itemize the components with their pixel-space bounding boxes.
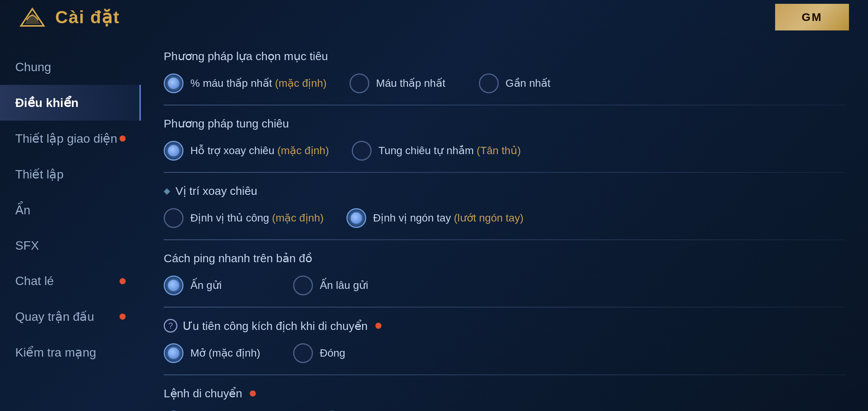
section-title-tung-chieu: Phương pháp tung chiêu [164,117,845,130]
radio-dinh-vi-thu-cong[interactable] [164,208,183,228]
section-vi-tri-xoay-chieu: ◆ Vị trí xoay chiêu Định vị thủ công (mặ… [164,184,845,228]
radio-mau-thap-nhat[interactable] [349,73,369,93]
section-title-uu-tien: ? Ưu tiên công kích địch khi di chuyển [164,319,845,333]
section-label: Phương pháp lựa chọn mục tiêu [164,49,328,63]
option-gan-nhat[interactable]: Gần nhất [479,73,586,93]
page-title: Cài đặt [55,7,120,27]
section-lua-chon-muc-tieu: Phương pháp lựa chọn mục tiêu % máu thấp… [164,49,845,93]
sidebar-item-label: Thiết lập [15,167,64,182]
sidebar-item-label: Thiết lập giao diện [15,131,117,146]
notification-dot [120,135,126,142]
divider-1 [164,105,845,105]
options-row: Hỗ trợ xoay chiêu (mặc định) Tung chiêu … [164,141,845,161]
notification-dot [120,278,126,284]
option-label: % máu thấp nhất (mặc định) [190,76,327,91]
option-label: Mở (mặc định) [190,346,260,360]
new-dot-indicator [250,390,256,397]
section-label: Lệnh di chuyển [164,387,242,400]
new-dot-indicator [375,323,381,329]
sidebar: Chung Điều khiển Thiết lập giao diện Thi… [0,34,141,411]
option-label: Ấn lâu gửi [320,278,368,293]
sidebar-item-chat-le[interactable]: Chat lé [0,263,141,299]
section-ping-nhanh: Cách ping nhanh trên bản đồ Ấn gửi Ấn lâ… [164,252,845,295]
radio-gan-nhat[interactable] [479,73,499,93]
question-icon: ? [164,319,177,333]
section-label: Vị trí xoay chiêu [176,184,257,198]
sidebar-item-label: Điều khiển [15,96,78,110]
sidebar-item-kiem-tra-mang[interactable]: Kiểm tra mạng [0,335,141,370]
section-label: Cách ping nhanh trên bản đồ [164,252,312,265]
radio-dong[interactable] [293,343,313,363]
section-tung-chieu: Phương pháp tung chiêu Hỗ trợ xoay chiêu… [164,117,845,161]
sidebar-item-thiet-lap[interactable]: Thiết lập [0,156,141,192]
sidebar-item-chung[interactable]: Chung [0,49,141,85]
option-dinh-vi-thu-cong[interactable]: Định vị thủ công (mặc định) [164,208,324,228]
option-mau-thap-nhat[interactable]: Máu thấp nhất [349,73,456,93]
logo [19,7,46,28]
sidebar-item-sfx[interactable]: SFX [0,228,141,263]
divider-3 [164,239,845,240]
options-row: Ấn gửi Ấn lâu gửi [164,276,845,295]
sidebar-item-label: Kiểm tra mạng [15,345,96,360]
option-label: Ấn gửi [190,278,222,293]
options-row: Mở (mặc định) Đóng [164,343,845,363]
radio-pct-mau-thap-nhat[interactable] [164,73,183,93]
option-ho-tro-xoay-chieu[interactable]: Hỗ trợ xoay chiêu (mặc định) [164,141,329,161]
option-pct-mau-thap-nhat[interactable]: % máu thấp nhất (mặc định) [164,73,327,93]
option-label: Định vị ngón tay (lướt ngón tay) [373,210,523,225]
option-dinh-vi-ngon-tay[interactable]: Định vị ngón tay (lướt ngón tay) [346,208,523,228]
option-label: Tung chiêu tự nhắm (Tân thủ) [378,143,521,158]
sidebar-item-label: Chung [15,60,51,74]
notification-dot [120,314,126,320]
sidebar-item-label: SFX [15,239,39,253]
radio-ho-tro-xoay-chieu[interactable] [164,141,183,161]
radio-mo-mac-dinh[interactable] [164,343,183,363]
option-mo-mac-dinh[interactable]: Mở (mặc định) [164,343,270,363]
section-uu-tien-cong-kich: ? Ưu tiên công kích địch khi di chuyển M… [164,319,845,363]
divider-4 [164,307,845,307]
header: Cài đặt GM [0,0,868,34]
option-label: Đóng [320,346,345,360]
section-lenh-di-chuyen: Lệnh di chuyển Không theo (mặc định) The… [164,387,845,411]
section-title-vi-tri: ◆ Vị trí xoay chiêu [164,184,845,198]
sidebar-item-label: Quay trận đấu [15,309,94,324]
option-an-lau-gui[interactable]: Ấn lâu gửi [293,276,400,295]
gm-button[interactable]: GM [775,4,849,30]
sidebar-item-label: Ẩn [15,203,30,217]
divider-2 [164,172,845,173]
sidebar-item-thiet-lap-giao-dien[interactable]: Thiết lập giao diện [0,121,141,156]
radio-an-lau-gui[interactable] [293,276,313,295]
options-row: % máu thấp nhất (mặc định) Máu thấp nhất… [164,73,845,93]
main-content: Phương pháp lựa chọn mục tiêu % máu thấp… [141,34,868,411]
option-tung-chieu-tu-nham[interactable]: Tung chiêu tự nhắm (Tân thủ) [352,141,521,161]
diamond-icon: ◆ [164,186,170,196]
option-label: Gần nhất [506,76,550,91]
options-row: Định vị thủ công (mặc định) Định vị ngón… [164,208,845,228]
radio-an-gui[interactable] [164,276,183,295]
sidebar-item-dieu-khien[interactable]: Điều khiển [0,85,141,121]
section-title-lenh-di-chuyen: Lệnh di chuyển [164,387,845,400]
option-label: Máu thấp nhất [376,76,445,91]
radio-dinh-vi-ngon-tay[interactable] [346,208,366,228]
radio-tung-chieu-tu-nham[interactable] [352,141,372,161]
option-an-gui[interactable]: Ấn gửi [164,276,270,295]
section-label: Ưu tiên công kích địch khi di chuyển [183,319,368,333]
section-label: Phương pháp tung chiêu [164,117,289,130]
option-dong[interactable]: Đóng [293,343,400,363]
option-label: Định vị thủ công (mặc định) [190,210,324,225]
sidebar-item-quay-tran-dau[interactable]: Quay trận đấu [0,299,141,335]
section-title-ping: Cách ping nhanh trên bản đồ [164,252,845,265]
sidebar-item-label: Chat lé [15,274,54,288]
option-label: Hỗ trợ xoay chiêu (mặc định) [190,143,329,158]
sidebar-item-an[interactable]: Ẩn [0,192,141,228]
section-title-lua-chon: Phương pháp lựa chọn mục tiêu [164,49,845,63]
divider-5 [164,374,845,375]
